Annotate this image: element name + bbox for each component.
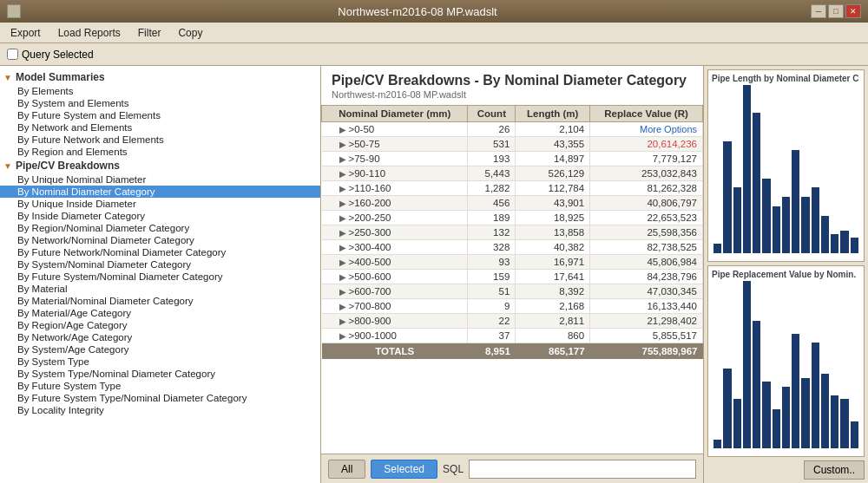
chart-bar	[782, 387, 790, 448]
chart-bar	[792, 334, 799, 448]
window-title: Northwest-m2016-08 MP.wadslt	[24, 5, 811, 18]
chart-bar	[743, 85, 751, 253]
window-controls: ─ □ ✕	[811, 4, 861, 18]
tree-item-network-nominal[interactable]: By Network/Nominal Diameter Category	[0, 234, 320, 246]
tree-item-inside-diameter-category[interactable]: By Inside Diameter Category	[0, 210, 320, 222]
row-length-cell: 17,641	[516, 270, 590, 284]
tree-item-nominal-diameter-category[interactable]: By Nominal Diameter Category	[0, 186, 320, 198]
tree-item-by-network-elements[interactable]: By Network and Elements	[0, 121, 320, 134]
title-bar: Northwest-m2016-08 MP.wadslt ─ □ ✕	[0, 0, 868, 23]
chart-bar	[821, 374, 829, 448]
tree-item-unique-inside[interactable]: By Unique Inside Diameter	[0, 198, 320, 210]
content-area: ▼ Model Summaries By Elements By System …	[0, 66, 868, 483]
tree-item-system-nominal[interactable]: By System/Nominal Diameter Category	[0, 258, 320, 271]
more-options-link[interactable]: More Options	[640, 124, 697, 134]
row-replace-cell: 253,032,843	[590, 166, 703, 181]
tree-item-future-system-type[interactable]: By Future System Type	[0, 380, 320, 392]
tree-item-locality-integrity[interactable]: By Locality Integrity	[0, 404, 320, 416]
tree-group-label: Model Summaries	[16, 71, 105, 83]
tree-item-system-type-nominal[interactable]: By System Type/Nominal Diameter Category	[0, 368, 320, 380]
tree-item-network-age[interactable]: By Network/Age Category	[0, 331, 320, 343]
tree-item-system-type[interactable]: By System Type	[0, 356, 320, 368]
row-count-cell: 93	[468, 255, 516, 270]
row-replace-cell: 82,738,525	[590, 240, 703, 255]
row-count-cell: 5,443	[468, 166, 516, 181]
tree-item-system-age[interactable]: By System/Age Category	[0, 343, 320, 356]
table-row[interactable]: ▶>400-5009316,97145,806,984	[322, 255, 703, 270]
col-header-nominal: Nominal Diameter (mm)	[322, 106, 468, 122]
tree-item-future-network-nominal[interactable]: By Future Network/Nominal Diameter Categ…	[0, 246, 320, 258]
custom-button[interactable]: Custom..	[804, 460, 865, 480]
chart-bar	[792, 150, 799, 252]
tree-item-by-system-elements[interactable]: By System and Elements	[0, 97, 320, 109]
menu-load-reports[interactable]: Load Reports	[51, 25, 128, 41]
chart-bar	[733, 187, 741, 252]
selected-button[interactable]: Selected	[371, 460, 437, 479]
row-count-cell: 37	[468, 329, 516, 343]
tree-item-future-system-type-nominal[interactable]: By Future System Type/Nominal Diameter C…	[0, 392, 320, 404]
tree-item-unique-nominal[interactable]: By Unique Nominal Diameter	[0, 173, 320, 186]
menu-filter[interactable]: Filter	[131, 25, 168, 41]
tree-item-material[interactable]: By Material	[0, 283, 320, 295]
table-row[interactable]: ▶>500-60015917,64184,238,796	[322, 270, 703, 284]
chart-bar	[831, 234, 838, 253]
table-row[interactable]: ▶>300-40032840,38282,738,525	[322, 240, 703, 255]
totals-count: 8,951	[468, 343, 516, 360]
all-button[interactable]: All	[328, 460, 365, 479]
table-row[interactable]: ▶>800-900222,81121,298,402	[322, 314, 703, 329]
tree-item-future-system-nominal[interactable]: By Future System/Nominal Diameter Catego…	[0, 271, 320, 283]
menu-export[interactable]: Export	[3, 25, 48, 41]
totals-length: 865,177	[516, 343, 590, 360]
chart-box-2: Pipe Replacement Value by Nomin.	[707, 265, 865, 458]
sql-input[interactable]	[469, 460, 696, 479]
table-row[interactable]: ▶>160-20045643,90140,806,797	[322, 196, 703, 211]
query-bar: Query Selected	[0, 43, 868, 66]
table-row[interactable]: ▶>600-700518,39247,030,345	[322, 284, 703, 299]
table-row[interactable]: ▶>700-80092,16816,133,440	[322, 299, 703, 314]
row-name-cell: ▶>160-200	[322, 196, 468, 211]
row-name-cell: ▶>75-90	[322, 152, 468, 166]
chart-bar	[840, 231, 848, 253]
menu-copy[interactable]: Copy	[171, 25, 209, 41]
tree-item-material-nominal[interactable]: By Material/Nominal Diameter Category	[0, 295, 320, 307]
left-panel-scroll[interactable]: ▼ Model Summaries By Elements By System …	[0, 66, 320, 483]
table-row[interactable]: ▶>900-1000378605,855,517	[322, 329, 703, 343]
query-selected-checkbox[interactable]	[7, 49, 18, 60]
table-row[interactable]: ▶>90-1105,443526,129253,032,843	[322, 166, 703, 181]
chart-bar	[713, 244, 721, 253]
tree-item-by-elements[interactable]: By Elements	[0, 85, 320, 97]
table-row[interactable]: ▶>250-30013213,85825,598,356	[322, 225, 703, 240]
row-name-cell: ▶>110-160	[322, 181, 468, 196]
tree-item-by-future-network-elements[interactable]: By Future Network and Elements	[0, 134, 320, 146]
row-name-cell: ▶>90-110	[322, 166, 468, 181]
chart-bar	[713, 440, 721, 448]
row-length-cell: 2,811	[516, 314, 590, 329]
chart-bar	[840, 399, 848, 448]
chart-bar	[801, 378, 809, 448]
chart-bar	[782, 197, 790, 252]
col-header-length: Length (m)	[516, 106, 590, 122]
row-count-cell: 193	[468, 152, 516, 166]
minimize-button[interactable]: ─	[811, 4, 826, 18]
table-container[interactable]: Nominal Diameter (mm) Count Length (m) R…	[321, 105, 703, 450]
table-row[interactable]: ▶>0-50262,104More Options	[322, 122, 703, 137]
tree-item-material-age[interactable]: By Material/Age Category	[0, 307, 320, 319]
left-panel: ▼ Model Summaries By Elements By System …	[0, 66, 321, 483]
table-row[interactable]: ▶>50-7553143,35520,614,236	[322, 137, 703, 152]
col-header-count: Count	[468, 106, 516, 122]
row-name-cell: ▶>250-300	[322, 225, 468, 240]
table-row[interactable]: ▶>75-9019314,8977,779,127	[322, 152, 703, 166]
tree-item-region-age[interactable]: By Region/Age Category	[0, 319, 320, 331]
maximize-button[interactable]: □	[828, 4, 844, 18]
chart-bar	[773, 409, 780, 448]
table-row[interactable]: ▶>110-1601,282112,78481,262,328	[322, 181, 703, 196]
row-name-cell: ▶>200-250	[322, 211, 468, 225]
table-row[interactable]: ▶>200-25018918,92522,653,523	[322, 211, 703, 225]
tree-item-by-future-system-elements[interactable]: By Future System and Elements	[0, 109, 320, 121]
row-length-cell: 16,971	[516, 255, 590, 270]
tree-item-by-region-elements[interactable]: By Region and Elements	[0, 146, 320, 158]
query-selected-label: Query Selected	[22, 49, 94, 61]
close-button[interactable]: ✕	[845, 4, 861, 18]
tree-item-region-nominal[interactable]: By Region/Nominal Diameter Category	[0, 222, 320, 234]
row-length-cell: 40,382	[516, 240, 590, 255]
